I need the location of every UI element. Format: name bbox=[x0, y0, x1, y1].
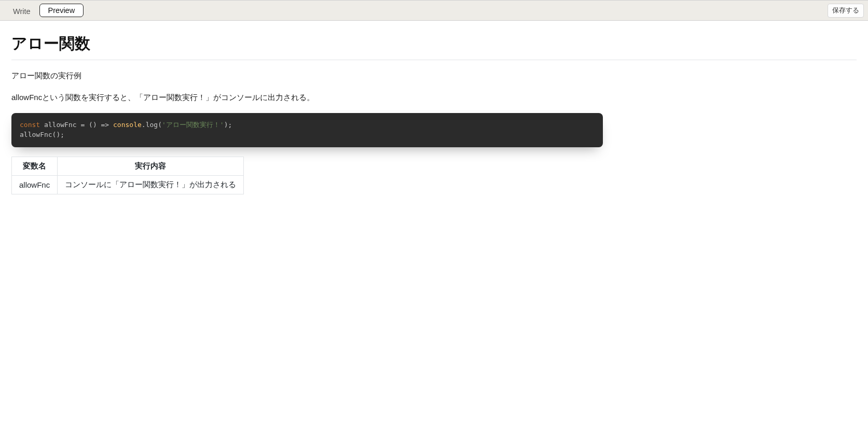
tab-preview-label: Preview bbox=[48, 6, 75, 15]
table-cell: コンソールに「アロー関数実行！」が出力される bbox=[58, 175, 244, 194]
variable-table: 変数名 実行内容 allowFnc コンソールに「アロー関数実行！」が出力される bbox=[11, 157, 244, 194]
save-button[interactable]: 保存する bbox=[828, 4, 864, 18]
table-cell: allowFnc bbox=[12, 175, 58, 194]
code-block: const allowFnc = () => console.log('アロー関… bbox=[11, 113, 603, 147]
tab-write-label: Write bbox=[13, 7, 31, 16]
table-header-cell: 実行内容 bbox=[58, 157, 244, 175]
code-line-2: allowFnc(); bbox=[20, 131, 64, 138]
tab-preview[interactable]: Preview bbox=[39, 4, 84, 17]
table-header-row: 変数名 実行内容 bbox=[12, 157, 244, 175]
code-text: allowFnc = () => bbox=[40, 121, 113, 129]
code-function: console bbox=[113, 121, 142, 129]
content: アロー関数 アロー関数の実行例 allowFncという関数を実行すると、「アロー… bbox=[0, 21, 868, 210]
table-row: allowFnc コンソールに「アロー関数実行！」が出力される bbox=[12, 175, 244, 194]
code-keyword: const bbox=[20, 121, 40, 129]
code-text: .log( bbox=[142, 121, 162, 129]
save-button-label: 保存する bbox=[832, 7, 859, 14]
paragraph-1: アロー関数の実行例 bbox=[11, 69, 857, 82]
tabs: Write Preview bbox=[4, 2, 84, 19]
code-text: ); bbox=[224, 121, 232, 129]
toolbar: Write Preview 保存する bbox=[0, 0, 868, 21]
table-header-cell: 変数名 bbox=[12, 157, 58, 175]
paragraph-2: allowFncという関数を実行すると、「アロー関数実行！」がコンソールに出力さ… bbox=[11, 91, 857, 104]
page-title: アロー関数 bbox=[11, 33, 857, 60]
tab-write[interactable]: Write bbox=[4, 4, 39, 19]
code-string: 'アロー関数実行！' bbox=[162, 121, 224, 129]
